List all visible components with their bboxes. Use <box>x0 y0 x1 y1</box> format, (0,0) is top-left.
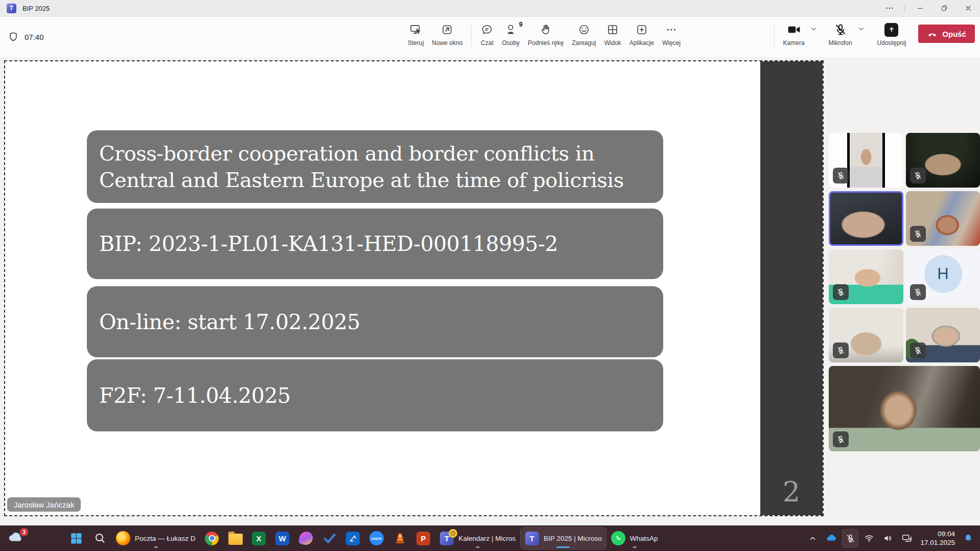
taskbar-excel[interactable]: X <box>248 527 270 549</box>
folder-icon <box>228 534 243 545</box>
add-app-icon <box>635 23 648 36</box>
camera-button[interactable]: Kamera <box>779 21 809 48</box>
taskbar-weather-widget[interactable]: 3 <box>7 530 26 547</box>
taskbar-window-label: Poczta — Łukasz D <box>135 535 196 542</box>
start-button[interactable] <box>65 527 87 549</box>
view-button[interactable]: Widok <box>600 21 625 48</box>
apps-button[interactable]: Aplikacje <box>625 21 658 48</box>
participant-video-tile[interactable] <box>829 308 903 362</box>
taskbar-firefox-mail-window[interactable]: Poczta — Łukasz D <box>112 527 200 549</box>
react-button[interactable]: Zareaguj <box>568 21 600 48</box>
taskbar-chrome[interactable] <box>201 527 223 549</box>
shared-screen-region: Cross-border cooperation and border conf… <box>4 60 824 516</box>
slide-title-text: Cross-border cooperation and border conf… <box>99 140 651 193</box>
mic-muted-badge <box>833 284 849 300</box>
participant-video-tile[interactable] <box>829 133 903 188</box>
tray-chevron-up-icon[interactable] <box>805 530 820 547</box>
whatsapp-icon <box>611 531 625 545</box>
minimize-button[interactable] <box>908 0 932 16</box>
onedrive-icon[interactable] <box>824 530 839 547</box>
participant-video-tile[interactable] <box>906 133 980 188</box>
phone-link-icon[interactable] <box>899 530 915 547</box>
hangup-icon <box>927 29 938 39</box>
word-icon: W <box>275 532 289 545</box>
share-screen-icon <box>884 23 898 37</box>
mic-muted-badge <box>833 168 849 183</box>
taskbar-teams-meeting-window-active[interactable]: T BIP 2025 | Microso <box>521 527 606 549</box>
taskbar-teams-calendar-window[interactable]: T Kalendarz | Micros <box>436 527 520 549</box>
search-button[interactable] <box>88 527 111 549</box>
mic-muted-badge <box>833 342 849 358</box>
participant-video-tile[interactable] <box>906 308 980 362</box>
firefox-icon <box>116 531 130 545</box>
taskbar-paint-app[interactable] <box>295 527 317 549</box>
button-label: Więcej <box>662 39 681 47</box>
button-label: Osoby <box>502 39 520 47</box>
camera-options-chevron[interactable] <box>810 25 818 35</box>
leave-meeting-button[interactable]: Opuść <box>918 25 975 43</box>
toolbar-divider <box>471 24 472 48</box>
running-indicator <box>476 546 479 548</box>
volume-icon[interactable] <box>880 530 896 547</box>
active-window-indicator <box>556 546 570 548</box>
tray-clock[interactable]: 09:04 17.01.2025 <box>918 530 957 547</box>
control-button[interactable]: Steruj <box>404 21 428 48</box>
slide-box: F2F: 7-11.04.2025 <box>87 359 663 431</box>
taskbar-drawing-app[interactable] <box>342 527 364 549</box>
zoom-icon: zoom <box>369 531 384 545</box>
participant-avatar-tile[interactable]: H <box>906 249 980 304</box>
close-button[interactable] <box>956 0 980 16</box>
presenter-name: Jarosław Jańczak <box>14 500 74 509</box>
vlc-cone-icon <box>393 531 407 545</box>
participant-video-tile[interactable] <box>829 249 903 304</box>
button-label: Zareaguj <box>572 39 596 47</box>
participant-count-badge: 9 <box>519 21 523 28</box>
mic-muted-badge <box>910 168 926 183</box>
restore-button[interactable] <box>932 0 956 16</box>
drawing-app-icon <box>346 532 360 545</box>
leave-label: Opuść <box>942 30 966 38</box>
button-label: Widok <box>604 39 621 47</box>
slide-text: On-line: start 17.02.2025 <box>99 309 360 335</box>
new-window-button[interactable]: Nowe okno <box>428 21 466 48</box>
teams-icon: T <box>440 532 454 545</box>
tray-mic-muted-icon[interactable] <box>843 530 858 547</box>
taskbar-zoom[interactable]: zoom <box>365 527 388 549</box>
participant-video-tile[interactable] <box>906 191 980 246</box>
slide-box: On-line: start 17.02.2025 <box>87 286 663 357</box>
wifi-icon[interactable] <box>861 530 877 547</box>
share-button[interactable]: Udostępnij <box>873 21 911 48</box>
raise-hand-button[interactable]: Podnieś rękę <box>524 21 568 48</box>
windows-taskbar: 3 Poczta — Łukasz D <box>0 525 980 551</box>
microphone-options-chevron[interactable] <box>857 25 865 35</box>
teams-icon: T <box>525 532 539 545</box>
mic-muted-icon <box>834 23 847 36</box>
taskbar-file-explorer[interactable] <box>224 527 247 549</box>
avatar: H <box>924 255 962 293</box>
button-label: Udostępnij <box>877 39 906 47</box>
window-more-button[interactable] <box>877 0 901 16</box>
microphone-button[interactable]: Mikrofon <box>825 21 856 48</box>
toolbar-center-buttons: Steruj Nowe okno <box>404 21 685 48</box>
taskbar-word[interactable]: W <box>271 527 294 549</box>
powerpoint-icon: P <box>416 532 430 545</box>
taskbar-whatsapp-window[interactable]: WhatsAp <box>607 527 662 549</box>
grid-view-icon <box>606 23 619 36</box>
slide-title-box: Cross-border cooperation and border conf… <box>87 130 663 203</box>
running-indicator <box>154 546 157 548</box>
meeting-toolbar: 07:40 Steruj Nowe ok <box>0 17 980 57</box>
people-button[interactable]: 9 Osoby <box>498 21 524 48</box>
chat-button[interactable]: Czat <box>476 21 498 48</box>
participant-video-tile-large[interactable] <box>829 366 980 451</box>
camera-icon <box>786 23 802 36</box>
tray-date: 17.01.2025 <box>920 538 955 547</box>
taskbar-todo[interactable] <box>318 527 341 549</box>
taskbar-powerpoint[interactable]: P <box>412 527 435 549</box>
notification-bell-icon[interactable] <box>961 530 976 547</box>
clock-badge-icon <box>449 529 457 538</box>
windows-start-icon <box>69 531 83 545</box>
taskbar-vlc[interactable] <box>389 527 411 549</box>
more-button[interactable]: Więcej <box>658 21 685 48</box>
active-speaker-tile[interactable] <box>829 191 903 246</box>
shield-icon <box>8 31 19 42</box>
